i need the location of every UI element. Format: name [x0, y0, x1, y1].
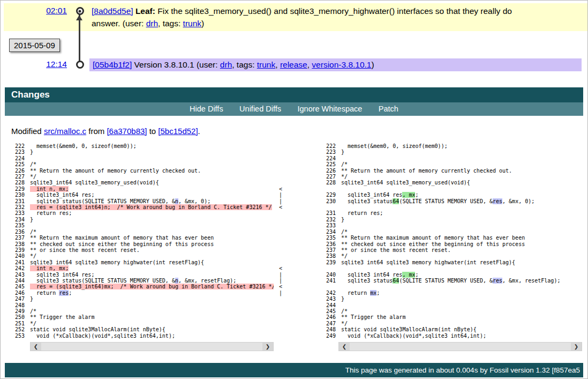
diff-row: 233 return res;231 return res;: [11, 210, 587, 216]
diff-code-cell: res = (sqlite3_int64)mx; /* Work around …: [30, 284, 276, 289]
diff-gap: [291, 284, 322, 289]
scrollbar-spacer: [11, 342, 30, 351]
diff-text-segment: ** Return the maximum amount of memory t…: [30, 235, 214, 241]
submenu-ignore-whitespace[interactable]: Ignore Whitespace: [297, 105, 362, 113]
diff-text-segment: */: [341, 174, 348, 180]
from-hash-link[interactable]: [6a370b83]: [107, 127, 147, 136]
diff-change-marker: [276, 326, 291, 332]
diff-lineno: 226: [11, 168, 30, 174]
version-node-icon[interactable]: [76, 61, 84, 69]
left-panel-hscrollbar[interactable]: ❮❯: [30, 342, 274, 351]
right-panel-hscrollbar[interactable]: ❮❯: [338, 342, 582, 351]
diff-change-marker: |: [276, 192, 291, 198]
diff-gap: [291, 265, 322, 271]
diff-text-segment: ** Return the amount of memory currently…: [341, 168, 512, 174]
diff-text-segment: return: [30, 290, 59, 296]
entry2-comma1: ,: [275, 60, 280, 69]
diff-code-cell: [341, 284, 587, 289]
diff-gap: [291, 180, 322, 185]
diff-lineno: 235: [11, 222, 30, 228]
entry1-user-link[interactable]: drh: [146, 19, 158, 28]
diff-gap: [291, 302, 322, 308]
diff-row: 224224: [11, 155, 587, 161]
file-link[interactable]: src/malloc.c: [44, 127, 86, 136]
period: .: [198, 127, 200, 136]
diff-text-segment: , &mx, resetFlag);: [502, 278, 560, 284]
entry2-time-link[interactable]: 12:14: [4, 58, 70, 69]
diff-lineno: 248: [322, 326, 341, 332]
diff-text-segment: }: [30, 217, 33, 222]
entry1-tag-link[interactable]: trunk: [183, 19, 201, 28]
diff-code-cell: }: [341, 217, 587, 222]
timeline-rail: [79, 14, 80, 66]
entry2-comment: [05b4b1f2] Version 3.8.10.1 (user: drh, …: [89, 58, 582, 71]
entry1-node: [70, 5, 89, 15]
diff-text-segment: static void sqlite3MallocAlarm(int nByte…: [30, 326, 165, 332]
diff-row: 223}223}: [11, 149, 587, 155]
diff-lineno: 236: [322, 241, 341, 247]
diff-lineno: 224: [11, 155, 30, 161]
diff-row: 222 memset(&mem0, 0, sizeof(mem0));222 m…: [11, 143, 587, 149]
diff-code-cell: sqlite3_int64 res, mx;: [341, 192, 587, 198]
diff-gap: [291, 149, 322, 155]
leaf-node-icon[interactable]: [76, 7, 84, 15]
entry1-time-link[interactable]: 02:01: [4, 5, 70, 16]
diff-lineno: 227: [322, 174, 341, 180]
diff-code-cell: sqlite3_status(SQLITE_STATUS_MEMORY_USED…: [30, 278, 276, 284]
diff-text-segment: */: [341, 321, 348, 326]
diff-row: 245 res = (sqlite3_int64)mx; /* Work aro…: [11, 284, 587, 289]
submenu-hide-diffs[interactable]: Hide Diffs: [190, 105, 223, 113]
scroll-right-icon[interactable]: ❯: [262, 343, 273, 351]
diff-gap: [291, 333, 322, 339]
entry2-tag3-link[interactable]: version-3.8.10.1: [312, 60, 371, 69]
scroll-left-icon[interactable]: ❮: [31, 343, 41, 351]
entry2-hash-link[interactable]: [05b4b1f2]: [93, 60, 132, 69]
diff-code-cell: */: [341, 321, 587, 326]
diff-gap: [291, 229, 322, 235]
scroll-right-icon[interactable]: ❯: [571, 343, 582, 351]
submenu-patch[interactable]: Patch: [379, 105, 398, 113]
diff-text-segment: sqlite3_status(SQLITE_STATUS_MEMORY_USED…: [30, 278, 175, 284]
diff-lineno: 232: [322, 217, 341, 222]
entry2-tag1-link[interactable]: trunk: [257, 60, 275, 69]
diff-text-segment: }: [30, 296, 33, 302]
entry1-hash-link[interactable]: [8a0d5d5e]: [92, 6, 133, 16]
entry2-tag2-link[interactable]: release: [280, 60, 307, 69]
diff-code-cell: /*: [30, 229, 276, 235]
diff-lineno: 243: [11, 272, 30, 278]
to-hash-link[interactable]: [5bc15d52]: [158, 127, 198, 136]
diff-lineno: 229: [322, 192, 341, 198]
diff-code-cell: sqlite3_int64 sqlite3_memory_highwater(i…: [30, 259, 276, 265]
submenu-unified-diffs[interactable]: Unified Diffs: [239, 105, 281, 113]
diff-row: 232 res = (sqlite3_int64)n; /* Work arou…: [11, 204, 587, 210]
diff-gap: [291, 247, 322, 253]
diff-gap: [291, 272, 322, 278]
scroll-left-icon[interactable]: ❮: [339, 343, 350, 351]
diff-lineno: 240: [322, 272, 341, 278]
diff-row: 249/*245/*: [11, 308, 587, 314]
diff-code-cell: int n, mx;: [30, 265, 276, 271]
diff-change-marker: [276, 247, 291, 253]
diff-lineno: 251: [11, 321, 30, 326]
scrollbar-spacer: [274, 342, 338, 351]
diff-change-marker: [276, 321, 291, 326]
diff-code-cell: */: [341, 174, 587, 180]
diff-code-cell: ** checked out since either the beginnin…: [30, 241, 276, 247]
leaf-label: Leaf:: [135, 6, 155, 16]
diff-text-segment: ;: [376, 290, 380, 296]
entry2-user-link[interactable]: drh: [220, 60, 232, 69]
diff-text-segment: , &mx, resetFlag);: [178, 278, 236, 284]
diff-text-segment: /*: [30, 308, 36, 314]
diff-code-cell: res = (sqlite3_int64)n; /* Work around b…: [30, 204, 276, 210]
diff-code-cell: */: [30, 253, 276, 259]
diff-lineno: 236: [11, 229, 30, 235]
diff-gap: [291, 155, 322, 161]
diff-row: 239** or since the most recent reset.237…: [11, 247, 587, 253]
diff-gap: [291, 186, 322, 192]
diff-lineno: [322, 265, 341, 271]
diff-lineno: 245: [11, 284, 30, 289]
diff-text-segment: ;: [415, 192, 418, 198]
diff-lineno: 245: [322, 308, 341, 314]
diff-text-segment: void (*xCallback)(void*,sqlite3_int64,in…: [30, 333, 175, 339]
diff-lineno: 222: [322, 143, 341, 149]
